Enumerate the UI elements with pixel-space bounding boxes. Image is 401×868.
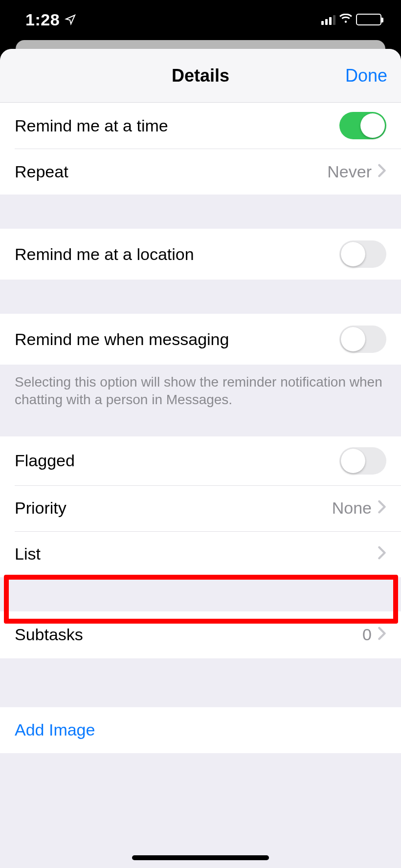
page-title: Details (172, 65, 229, 86)
location-icon (65, 10, 76, 29)
done-button[interactable]: Done (345, 65, 387, 86)
status-right (321, 14, 381, 25)
label-priority: Priority (15, 499, 332, 518)
label-subtasks: Subtasks (15, 625, 362, 644)
group-subtasks: Subtasks 0 (0, 611, 401, 658)
row-remind-location[interactable]: Remind me at a location (0, 229, 401, 280)
home-indicator[interactable] (132, 855, 269, 860)
details-sheet: Details Done Remind me at a time Repeat … (0, 49, 401, 868)
group-messaging: Remind me when messaging (0, 314, 401, 365)
row-priority[interactable]: Priority None (0, 485, 401, 531)
group-flag-priority-list: Flagged Priority None List (0, 436, 401, 577)
row-remind-messaging[interactable]: Remind me when messaging (0, 314, 401, 365)
footnote-messaging: Selecting this option will show the remi… (0, 365, 401, 422)
value-repeat: Never (327, 162, 372, 181)
label-remind-time: Remind me at a time (15, 116, 339, 135)
chevron-right-icon (378, 544, 386, 564)
spacer (0, 280, 401, 314)
toggle-remind-location[interactable] (339, 240, 386, 268)
group-add-image: Add Image (0, 707, 401, 753)
label-flagged: Flagged (15, 451, 339, 470)
row-remind-time[interactable]: Remind me at a time (0, 103, 401, 149)
spacer (0, 195, 401, 229)
status-time: 1:28 (25, 10, 60, 29)
value-subtasks: 0 (362, 625, 372, 644)
cellular-icon (321, 14, 335, 25)
battery-icon (356, 14, 381, 25)
label-remind-location: Remind me at a location (15, 245, 339, 264)
spacer (0, 577, 401, 611)
chevron-right-icon (378, 499, 386, 518)
value-priority: None (332, 499, 372, 518)
spacer (0, 658, 401, 707)
spacer (0, 422, 401, 436)
status-left: 1:28 (25, 10, 76, 29)
label-list: List (15, 544, 372, 564)
toggle-flagged[interactable] (339, 447, 386, 475)
status-bar: 1:28 (0, 0, 401, 44)
label-add-image: Add Image (15, 720, 386, 739)
row-add-image[interactable]: Add Image (0, 707, 401, 753)
wifi-icon (339, 14, 352, 25)
row-subtasks[interactable]: Subtasks 0 (0, 611, 401, 658)
nav-bar: Details Done (0, 49, 401, 103)
group-time: Remind me at a time Repeat Never (0, 103, 401, 195)
row-repeat[interactable]: Repeat Never (0, 149, 401, 195)
toggle-remind-time[interactable] (339, 112, 386, 139)
toggle-remind-messaging[interactable] (339, 326, 386, 353)
row-list[interactable]: List (0, 531, 401, 577)
group-location: Remind me at a location (0, 229, 401, 280)
chevron-right-icon (378, 625, 386, 644)
label-repeat: Repeat (15, 162, 327, 181)
chevron-right-icon (378, 162, 386, 181)
row-flagged[interactable]: Flagged (0, 436, 401, 485)
label-remind-messaging: Remind me when messaging (15, 330, 339, 349)
